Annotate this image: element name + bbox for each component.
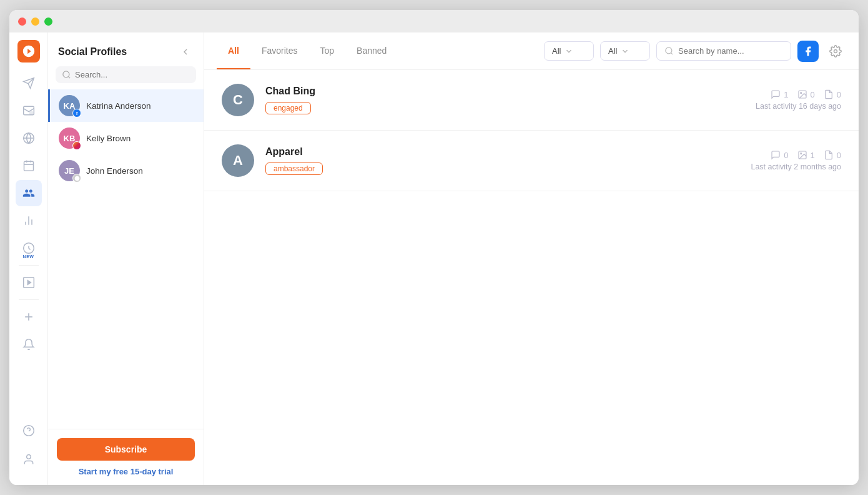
tabs: All Favorites Top Banned (217, 32, 398, 69)
nav-icon-calendar[interactable] (16, 152, 42, 179)
card-name: Apparel (265, 146, 739, 158)
svg-marker-15 (27, 281, 31, 285)
profile-card[interactable]: A Apparel ambassador 0 (204, 131, 859, 191)
new-badge: NEW (23, 254, 34, 259)
image-icon-2 (797, 150, 807, 160)
tab-top[interactable]: Top (308, 32, 345, 69)
maximize-button[interactable] (44, 18, 52, 26)
stat-docs: 0 (824, 89, 841, 99)
close-button[interactable] (18, 18, 26, 26)
tab-banned[interactable]: Banned (345, 32, 398, 69)
card-tag: engaged (265, 102, 311, 114)
search-name-wrap (656, 41, 791, 61)
card-last-activity: Last activity 16 days ago (756, 102, 841, 111)
card-tag: ambassador (265, 162, 323, 175)
subscribe-button[interactable]: Subscribe (57, 438, 195, 461)
list-item[interactable]: KB Kelly Brown (48, 122, 204, 154)
titlebar (9, 10, 859, 32)
facebook-icon (802, 46, 814, 57)
minimize-button[interactable] (31, 18, 39, 26)
search-icon (62, 70, 71, 79)
nav-icon-bell[interactable] (16, 331, 42, 358)
settings-button[interactable] (825, 41, 846, 62)
svg-point-23 (74, 176, 79, 181)
divider2 (19, 299, 39, 300)
card-avatar: C (222, 84, 254, 116)
tab-all[interactable]: All (217, 32, 250, 69)
icon-sidebar: NEW (9, 32, 48, 485)
divider (19, 265, 39, 266)
svg-line-22 (68, 76, 70, 78)
chevron-down-icon (565, 47, 573, 56)
search-name-icon (664, 46, 674, 56)
social-badge-ig (72, 141, 81, 150)
card-stats-row: 1 0 0 (771, 89, 841, 99)
profiles-sidebar: Social Profiles KA f Katrina Anderson (48, 32, 204, 485)
svg-point-18 (23, 426, 34, 436)
nav-icon-user[interactable] (16, 446, 42, 472)
sidebar-search-input[interactable] (75, 70, 190, 79)
stat-docs: 0 (824, 150, 841, 160)
doc-icon-2 (824, 150, 834, 160)
profile-name: Katrina Anderson (86, 101, 195, 111)
facebook-filter-button[interactable] (797, 41, 819, 62)
image-icon (797, 89, 807, 99)
filter-select-1[interactable]: All (544, 41, 594, 61)
main-content: All Favorites Top Banned All (204, 32, 859, 485)
nav-icon-paper-plane[interactable] (16, 70, 42, 96)
nav-icon-dashboard[interactable]: NEW (16, 235, 42, 261)
profile-name: John Enderson (86, 166, 195, 176)
card-stats-row: 0 1 0 (771, 150, 841, 160)
stat-images: 1 (797, 150, 815, 160)
comment-icon-2 (771, 150, 781, 160)
nav-icon-media[interactable] (16, 269, 42, 296)
main-toolbar: All Favorites Top Banned All (204, 32, 859, 70)
toolbar-filters: All All (544, 41, 846, 62)
sidebar-search-bar (56, 66, 196, 83)
svg-point-21 (63, 71, 69, 78)
avatar-wrap: KA f (59, 95, 80, 116)
avatar-wrap: KB (59, 128, 80, 149)
nav-icon-help[interactable] (16, 418, 42, 444)
svg-point-28 (800, 92, 801, 94)
profile-name: Kelly Brown (86, 134, 195, 143)
collapse-sidebar-button[interactable] (177, 44, 194, 60)
profile-list: KA f Katrina Anderson KB Kelly Brown (48, 89, 204, 429)
card-avatar: A (222, 144, 254, 177)
svg-rect-3 (29, 112, 32, 114)
profiles-main-list: C Chad Bing engaged 1 (204, 70, 859, 485)
filter-select-2[interactable]: All (600, 41, 650, 61)
card-info: Chad Bing engaged (265, 86, 744, 114)
chevron-down-icon-2 (621, 47, 629, 56)
comment-icon (771, 89, 781, 99)
card-info: Apparel ambassador (265, 146, 739, 175)
nav-icon-add[interactable] (16, 304, 42, 330)
social-badge-multi (72, 174, 81, 182)
svg-line-25 (671, 52, 673, 54)
nav-icon-people[interactable] (16, 180, 42, 206)
avatar-wrap: JE (59, 160, 80, 181)
svg-point-24 (666, 48, 672, 54)
card-stats: 0 1 0 Last activity 2 months ago (751, 150, 841, 171)
app-logo (17, 40, 40, 62)
social-badge-fb: f (72, 109, 81, 118)
card-stats: 1 0 0 Last activity 16 days ago (756, 89, 841, 111)
profile-card[interactable]: C Chad Bing engaged 1 (204, 70, 859, 131)
card-last-activity: Last activity 2 months ago (751, 162, 841, 171)
trial-link[interactable]: Start my free 15-day trial (57, 467, 195, 476)
svg-point-30 (800, 153, 801, 154)
list-item[interactable]: KA f Katrina Anderson (48, 89, 204, 122)
list-item[interactable]: JE John Enderson (48, 154, 204, 187)
svg-point-26 (834, 49, 837, 52)
nav-icon-globe[interactable] (16, 125, 42, 151)
profiles-header: Social Profiles (48, 32, 204, 66)
gear-icon (829, 45, 842, 58)
search-name-input[interactable] (678, 46, 783, 56)
svg-point-20 (26, 455, 31, 459)
tab-favorites[interactable]: Favorites (250, 32, 309, 69)
profiles-footer: Subscribe Start my free 15-day trial (48, 429, 204, 485)
card-name: Chad Bing (265, 86, 744, 97)
nav-icon-inbox[interactable] (16, 98, 42, 124)
svg-rect-6 (24, 161, 33, 171)
nav-icon-chart[interactable] (16, 208, 42, 234)
